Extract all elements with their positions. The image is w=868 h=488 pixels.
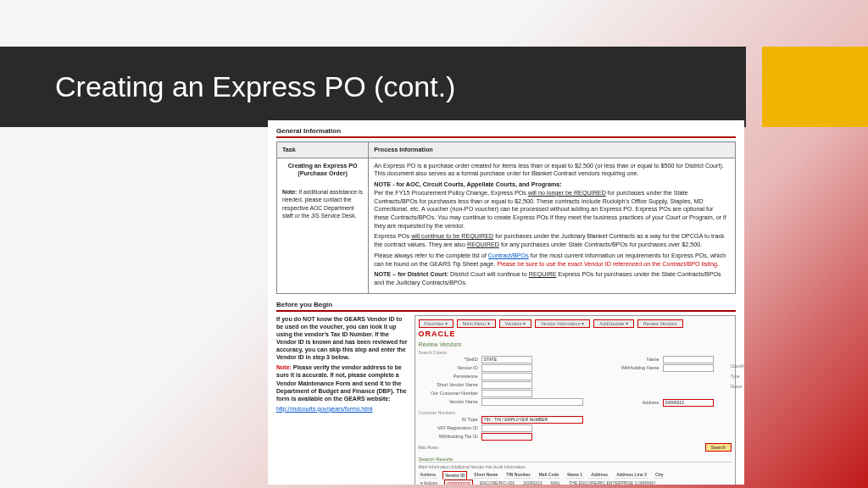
tab-vendors[interactable]: Vendors ▾ xyxy=(499,319,532,328)
task-note: Note: If additional assistance is needed… xyxy=(282,188,363,219)
lbl-vendorid: Vendor ID xyxy=(419,365,478,370)
general-info-heading: General Information xyxy=(276,127,736,138)
before-instructions: If you do NOT know the GEARS Vendor ID t… xyxy=(276,315,408,485)
lbl-withname: Withholding Name xyxy=(600,365,659,370)
col-actions: Actions xyxy=(419,471,437,479)
results-header-row: Actions Vendor ID Short Name TIN Number … xyxy=(419,471,732,480)
tab-add-update[interactable]: Add/Update ▾ xyxy=(593,319,634,328)
process-p2-bold: NOTE - for AOC, Circuit Courts, Appellat… xyxy=(374,180,562,188)
p3a: Express POs xyxy=(374,232,411,240)
input-vendorid[interactable] xyxy=(481,364,532,372)
col-vendorid: Vendor ID xyxy=(442,471,467,480)
gears-forms-link[interactable]: http://mdcourts.gov/gears/forms.html xyxy=(276,406,373,412)
input-setid[interactable]: STATE xyxy=(481,356,532,363)
before-you-begin-heading: Before you Begin xyxy=(276,301,736,312)
tab-review-vendors[interactable]: Review Vendors xyxy=(637,319,683,328)
before-you-begin-row: If you do NOT know the GEARS Vendor ID t… xyxy=(276,315,736,485)
input-idtype[interactable]: TIN - TIN / EMPLOYER NUMBER xyxy=(481,416,583,424)
max-rows-label: Max Rows xyxy=(419,445,438,450)
col-name1: Name 1 xyxy=(565,471,584,479)
col-addr2: Address Line 2 xyxy=(615,471,648,479)
oracle-section-title: Review Vendors xyxy=(419,341,732,347)
lbl-persist: Persistence xyxy=(419,374,478,379)
lbl-shortname: Short Vendor Name xyxy=(419,382,478,387)
input-withtax[interactable] xyxy=(481,433,532,441)
lbl-address: Address xyxy=(600,400,659,405)
task-name: Creating an Express PO (Purchase Order) xyxy=(282,162,363,178)
col-tin: TIN Number xyxy=(504,471,531,479)
p2a: Per the FY15 Procurement Policy Change, … xyxy=(374,189,528,197)
p5a: District Court will continue to xyxy=(448,270,529,278)
col-city: City xyxy=(654,471,665,479)
lbl-classif: Classification xyxy=(731,363,744,369)
lbl-name: Name xyxy=(600,357,659,362)
col-short: Short Name xyxy=(472,471,499,479)
search-button[interactable]: Search xyxy=(705,443,732,452)
p4red: Please be sure to use the exact Vendor I… xyxy=(497,260,719,268)
input-vatreg[interactable] xyxy=(481,424,532,432)
lbl-vatreg: VAT Registration ID xyxy=(419,425,478,430)
row-mail: MAIL xyxy=(549,480,563,485)
process-cell: An Express PO is a purchase order create… xyxy=(369,158,736,293)
input-ourcust[interactable] xyxy=(481,390,532,397)
before-p2: Note: Please verify the vendor address t… xyxy=(276,363,408,402)
process-p2: NOTE - for AOC, Circuit Courts, Appellat… xyxy=(374,180,730,230)
p2u: will no longer be REQUIRED xyxy=(528,189,606,197)
p3u: will continue to be REQUIRED xyxy=(411,232,493,240)
row-actions[interactable]: ▾ Actions xyxy=(419,480,440,485)
oracle-logo: ORACLE xyxy=(419,330,732,338)
lbl-vendname: Vendor Name xyxy=(419,399,478,404)
search-results-heading: Search Results xyxy=(419,457,732,463)
general-info-table: Task Process Information Creating an Exp… xyxy=(276,141,736,294)
note-label: Note: xyxy=(282,189,297,195)
before-note-text: Please verify the vendor address to be s… xyxy=(276,364,407,401)
task-cell: Creating an Express PO (Purchase Order) … xyxy=(277,158,369,293)
oracle-screenshot: Favorites ▾ Main Menu ▾ Vendors ▾ Vendor… xyxy=(415,315,736,485)
lbl-status: Status xyxy=(731,384,744,389)
contract-bpo-link[interactable]: Contract/BPOs xyxy=(488,252,529,259)
row-vendorid[interactable]: 0000000039 xyxy=(444,480,473,485)
lbl-idtype: ID Type xyxy=(419,417,478,422)
before-note-label: Note: xyxy=(276,364,292,370)
process-p5: NOTE – for District Court: District Cour… xyxy=(374,270,730,286)
input-name[interactable] xyxy=(663,356,714,363)
lbl-ourcust: Our Customer Number xyxy=(419,391,478,396)
input-vendname[interactable] xyxy=(481,398,583,406)
lbl-withtax: Withholding Tax ID xyxy=(419,434,478,439)
tab-vendor-info[interactable]: Vendor Information ▾ xyxy=(535,319,590,328)
document-content: General Information Task Process Informa… xyxy=(268,120,744,485)
input-persist[interactable] xyxy=(481,373,532,380)
input-withname[interactable] xyxy=(663,364,714,372)
p5u: REQUIRE xyxy=(529,270,557,278)
results-data-row[interactable]: ▾ Actions 0000000039 ENCORE/RIC-001 2000… xyxy=(419,480,732,485)
process-p4: Please always refer to the complete list… xyxy=(374,252,730,268)
lbl-setid: *SetID xyxy=(419,357,478,362)
results-tabs[interactable]: Main Information Additional Vendor Info … xyxy=(419,464,732,469)
row-short: ENCORE/RIC-001 xyxy=(478,480,516,485)
cust-numbers-label: Customer Numbers xyxy=(419,410,583,415)
title-bar: Creating an Express PO (cont.) xyxy=(0,47,746,127)
tab-favorites[interactable]: Favorites ▾ xyxy=(419,319,453,328)
tab-main-menu[interactable]: Main Menu ▾ xyxy=(457,319,496,328)
process-header: Process Information xyxy=(369,142,736,158)
row-name1: THE ENCORE/RIC ENTERPRISE COMPANY xyxy=(567,480,657,485)
input-shortname[interactable] xyxy=(481,381,532,389)
p5bold: NOTE – for District Court: xyxy=(374,270,448,278)
process-p3: Express POs will continue to be REQUIRED… xyxy=(374,232,730,248)
oracle-breadcrumb: Favorites ▾ Main Menu ▾ Vendors ▾ Vendor… xyxy=(419,319,732,328)
before-p1: If you do NOT know the GEARS Vendor ID t… xyxy=(276,315,408,362)
input-address[interactable]: 20000213 xyxy=(663,399,714,407)
accent-block xyxy=(762,47,868,127)
col-mail: Mail Code xyxy=(537,471,561,479)
task-header: Task xyxy=(277,142,369,158)
p3c: for any purchases under State Contracts/… xyxy=(499,241,702,248)
process-p1: An Express PO is a purchase order create… xyxy=(374,162,730,178)
slide-title: Creating an Express PO (cont.) xyxy=(55,70,455,103)
p3u2: REQUIRED xyxy=(467,241,499,248)
row-tin: 20000213 xyxy=(521,480,543,485)
col-addr: Address xyxy=(589,471,609,479)
p4a: Please always refer to the complete list… xyxy=(374,252,488,259)
